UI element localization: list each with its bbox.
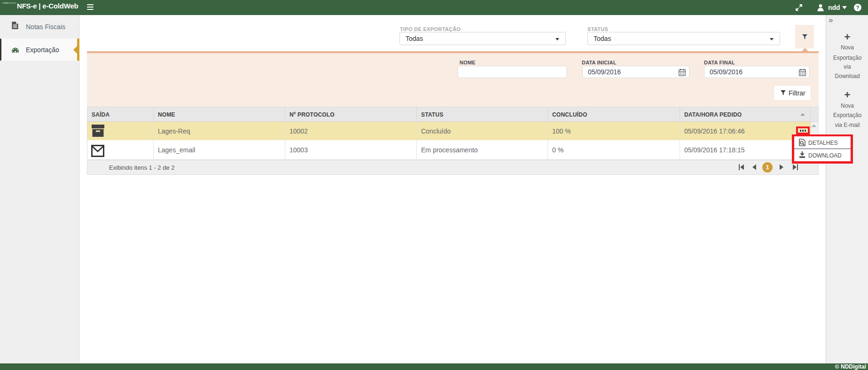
svg-text:?: ? [856,5,859,10]
